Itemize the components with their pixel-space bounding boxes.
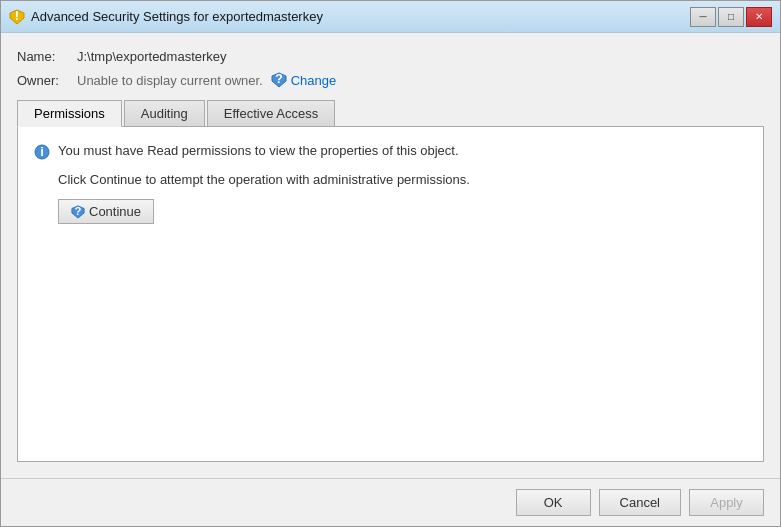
tab-content: i You must have Read permissions to view… [17,127,764,462]
tab-effective-access[interactable]: Effective Access [207,100,335,127]
owner-row: Owner: Unable to display current owner. … [17,72,764,88]
main-window: ! Advanced Security Settings for exporte… [0,0,781,527]
svg-text:!: ! [15,9,19,23]
tab-auditing[interactable]: Auditing [124,100,205,127]
continue-button[interactable]: ? Continue [58,199,154,224]
continue-shield-icon: ? [71,205,85,219]
close-button[interactable]: ✕ [746,7,772,27]
title-bar-buttons: ─ □ ✕ [690,7,772,27]
shield-change-icon: ? [271,72,287,88]
svg-text:?: ? [75,205,82,217]
info-icon: i [34,144,50,160]
apply-button[interactable]: Apply [689,489,764,516]
change-link[interactable]: Change [291,73,337,88]
cancel-button[interactable]: Cancel [599,489,681,516]
info-box: i You must have Read permissions to view… [34,143,747,160]
owner-label: Owner: [17,73,77,88]
window-title: Advanced Security Settings for exportedm… [31,9,323,24]
svg-text:?: ? [275,72,283,86]
ok-button[interactable]: OK [516,489,591,516]
owner-value: Unable to display current owner. [77,73,263,88]
title-bar-left: ! Advanced Security Settings for exporte… [9,9,323,25]
info-message: You must have Read permissions to view t… [58,143,459,158]
name-label: Name: [17,49,77,64]
name-value: J:\tmp\exportedmasterkey [77,49,227,64]
window-icon: ! [9,9,25,25]
tabs-container: Permissions Auditing Effective Access [17,100,764,127]
title-bar: ! Advanced Security Settings for exporte… [1,1,780,33]
bottom-bar: OK Cancel Apply [1,478,780,526]
tab-permissions[interactable]: Permissions [17,100,122,127]
name-row: Name: J:\tmp\exportedmasterkey [17,49,764,64]
svg-text:i: i [40,144,44,159]
click-continue-text: Click Continue to attempt the operation … [58,172,747,187]
window-content: Name: J:\tmp\exportedmasterkey Owner: Un… [1,33,780,478]
minimize-button[interactable]: ─ [690,7,716,27]
change-link-wrapper: ? Change [271,72,337,88]
maximize-button[interactable]: □ [718,7,744,27]
